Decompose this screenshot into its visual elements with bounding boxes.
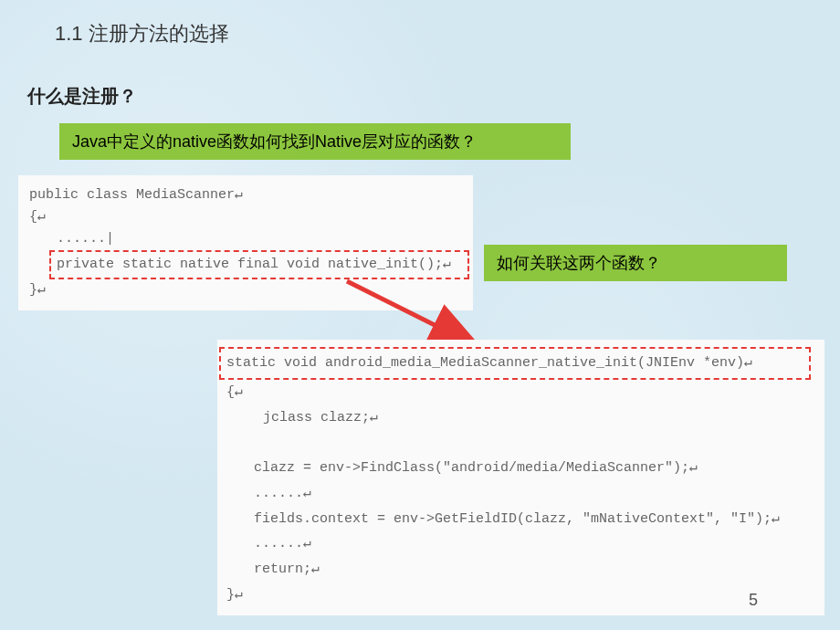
- code-line: clazz = env->FindClass("android/media/Me…: [226, 456, 815, 481]
- code-line: public class MediaScanner↵: [29, 184, 462, 206]
- code-line-blank: [226, 430, 815, 456]
- highlight-question-2: 如何关联这两个函数？: [484, 245, 787, 281]
- code-line: ......↵: [226, 481, 815, 507]
- code-line: ......↵: [226, 531, 815, 557]
- code-line: fields.context = env->GetFieldID(clazz, …: [226, 507, 815, 532]
- cpp-code-block: static void android_media_MediaScanner_n…: [217, 340, 824, 615]
- highlight-question-1: Java中定义的native函数如何找到Native层对应的函数？: [59, 123, 571, 160]
- code-line: {↵: [29, 206, 462, 228]
- code-text: static void android_media_MediaScanner_n…: [226, 355, 752, 371]
- code-line: return;↵: [226, 557, 815, 583]
- section-title: 1.1 注册方法的选择: [55, 20, 229, 47]
- sub-title: 什么是注册？: [27, 84, 137, 109]
- code-line: }↵: [29, 279, 462, 301]
- highlighted-cpp-native-impl: static void android_media_MediaScanner_n…: [219, 347, 811, 380]
- code-text: private static native final void native_…: [57, 257, 451, 272]
- code-line: {↵: [226, 380, 815, 405]
- java-code-block: public class MediaScanner↵ {↵ ......| pr…: [18, 175, 473, 310]
- highlighted-java-native-decl: private static native final void native_…: [49, 250, 469, 279]
- code-line: ......|: [29, 228, 462, 250]
- code-line: jclass clazz;↵: [226, 405, 815, 431]
- code-line: }↵: [226, 583, 815, 608]
- page-number: 5: [749, 591, 758, 610]
